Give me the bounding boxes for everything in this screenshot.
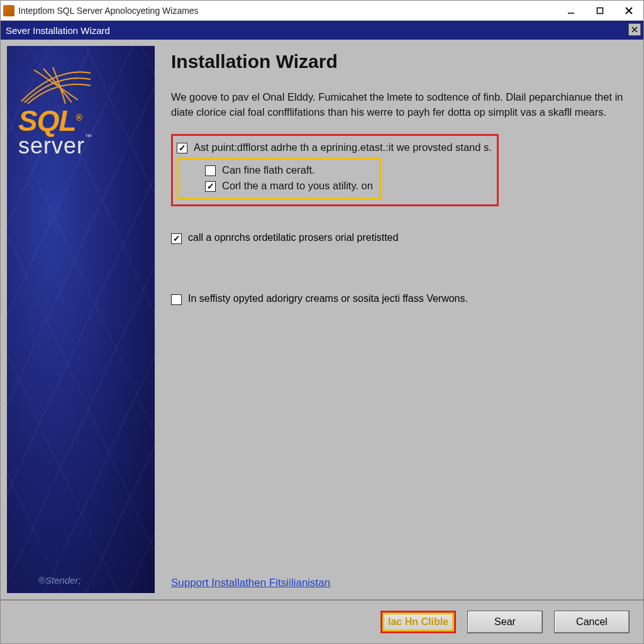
checkbox-5[interactable]	[171, 294, 182, 305]
option-label-2: Can fine flath ceraft.	[222, 164, 315, 176]
sidebar: SQL® server™ ®Stender;	[7, 46, 155, 593]
support-link[interactable]: Support Installathen Fitsiilianistan	[171, 577, 627, 589]
installer-window: Inteptlom SQL Server Apnolocyeting Wizam…	[0, 0, 644, 644]
intro-text: We goove to pav el Onal Elddy. Fumicahet…	[171, 90, 624, 120]
checkbox-3[interactable]	[205, 181, 216, 192]
close-button[interactable]	[614, 1, 643, 21]
sear-button[interactable]: Sear	[467, 611, 543, 633]
checkbox-1[interactable]	[177, 143, 187, 153]
option-label-1: Ast puint:dfflorst adrhe th a eprining.e…	[194, 142, 492, 153]
svg-rect-1	[597, 8, 603, 13]
option-row-5: In seffisty opyted adorigry creams or so…	[171, 291, 627, 307]
next-button[interactable]: lac Hn Clible	[380, 611, 456, 633]
minimize-button[interactable]	[557, 1, 586, 21]
option-row-2: Can fine flath ceraft.	[205, 162, 373, 178]
titlebar: Inteptlom SQL Server Apnolocyeting Wizam…	[1, 1, 643, 21]
window-controls	[557, 1, 643, 21]
highlight-red-box: Ast puint:dfflorst adrhe th a eprining.e…	[171, 134, 499, 206]
option-row-4: call a opnrchs ordetilatic prosers orial…	[171, 230, 627, 246]
wizard-body: SQL® server™ ®Stender; Installation Wiza…	[1, 40, 643, 599]
page-title: Installation Wizard	[171, 51, 627, 72]
window-title: Inteptlom SQL Server Apnolocyeting Wizam…	[18, 6, 557, 16]
banner-close-button[interactable]	[628, 23, 641, 36]
sidebar-footer: ®Stender;	[38, 575, 81, 586]
option-label-3: Corl the a mard to yous atility. on	[222, 180, 373, 192]
logo-arc-icon	[18, 64, 94, 108]
maximize-button[interactable]	[586, 1, 614, 21]
main-panel: Installation Wizard We goove to pav el O…	[155, 40, 643, 599]
sql-server-logo: SQL® server™	[18, 64, 94, 159]
banner-title: Sever Installation Wizard	[6, 25, 110, 36]
logo-server-text: server™	[18, 133, 94, 159]
option-row-1: Ast puint:dfflorst adrhe th a eprining.e…	[177, 140, 492, 155]
checkbox-2[interactable]	[205, 165, 216, 176]
app-icon	[3, 5, 14, 16]
highlight-yellow-box: Can fine flath ceraft. Corl the a mard t…	[177, 158, 381, 199]
option-label-4: call a opnrchs ordetilatic prosers orial…	[188, 232, 398, 243]
cancel-button[interactable]: Cancel	[554, 611, 630, 633]
option-row-3: Corl the a mard to yous atility. on	[205, 178, 373, 194]
wizard-footer: lac Hn Clible Sear Cancel	[1, 599, 643, 643]
wizard-banner: Sever Installation Wizard	[1, 21, 643, 40]
options-group-highlighted: Ast puint:dfflorst adrhe th a eprining.e…	[171, 134, 627, 206]
option-label-5: In seffisty opyted adorigry creams or so…	[188, 293, 468, 304]
checkbox-4[interactable]	[171, 233, 182, 244]
